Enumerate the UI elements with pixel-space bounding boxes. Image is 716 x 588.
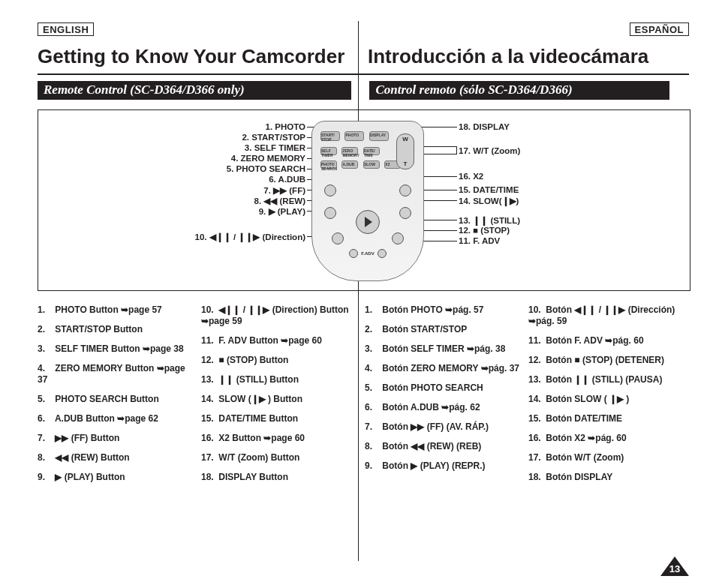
- list-item: 18. DISPLAY Button: [201, 472, 359, 483]
- list-item: 11. F. ADV Button ➥page 60: [201, 335, 359, 346]
- remote-label-fadv: F.ADV: [361, 251, 374, 256]
- list-item: 5. PHOTO SEARCH Button: [38, 394, 195, 405]
- remote-btn-plus: [378, 249, 387, 258]
- remote-btn-selftimer: SELFTIMER: [320, 147, 337, 155]
- subheading-spanish: Control remoto (sólo SC-D364/D366): [369, 81, 669, 100]
- list-english-col2: 10. ◀❙❙ / ❙❙▶ (Direction) Button ➥page 5…: [201, 304, 359, 491]
- direction-icon: ◀❙❙ / ❙❙▶: [209, 232, 263, 242]
- remote-btn-dir-right: [399, 207, 411, 219]
- remote-btn-slow: SLOW: [363, 160, 380, 169]
- list-item: 1. Botón PHOTO ➥pág. 57: [365, 304, 522, 316]
- list-item: 8. Botón ◀◀ (REW) (REB): [365, 441, 522, 452]
- list-item: 5. Botón PHOTO SEARCH: [365, 382, 522, 394]
- remote-btn-still: [392, 232, 404, 244]
- callout-photo: 1. PHOTO: [266, 122, 305, 131]
- play-icon: ▶: [269, 207, 278, 216]
- page-number: 13: [660, 563, 689, 574]
- page-number-badge: 13: [660, 556, 689, 579]
- callout-direction: 10. ◀❙❙ / ❙❙▶ (Direction): [195, 232, 305, 242]
- list-item: 12. ■ (STOP) Button: [201, 355, 359, 366]
- subheading-english: Remote Control (SC-D364/D366 only): [38, 81, 351, 100]
- remote-btn-datetime: DATE/TIME: [363, 147, 380, 155]
- list-item: 12. Botón ■ (STOP) (DETENER): [528, 355, 686, 366]
- list-item: 11. Botón F. ADV ➥pág. 60: [528, 335, 686, 346]
- list-item: 9. Botón ▶ (PLAY) (REPR.): [365, 460, 522, 472]
- list-item: 16. Botón X2 ➥pág. 60: [528, 433, 686, 444]
- list-item: 3. Botón SELF TIMER ➥pág. 38: [365, 344, 522, 355]
- remote-diagram: 1. PHOTO 2. START/STOP 3. SELF TIMER 4. …: [38, 110, 690, 291]
- section-title-spanish: Introducción a la videocámara: [368, 45, 648, 68]
- heading-row: Getting to Know Your Camcorder Introducc…: [38, 44, 689, 75]
- remote-btn-photo: PHOTO: [344, 131, 364, 141]
- remote-btn-stop: [332, 232, 344, 244]
- list-item: 2. Botón START/STOP: [365, 324, 522, 335]
- list-item: 18. Botón DISPLAY: [528, 472, 686, 483]
- callout-play: 9. ▶ (PLAY): [259, 206, 305, 217]
- callout-stop: 12. ■ (STOP): [459, 226, 510, 235]
- leader-line: [456, 146, 457, 154]
- remote-illustration: START/STOP PHOTO DISPLAY SELFTIMER ZEROM…: [311, 121, 424, 281]
- callout-ff: 7. ▶▶ (FF): [263, 185, 305, 196]
- subheading-row: Remote Control (SC-D364/D366 only) Contr…: [38, 81, 689, 100]
- remote-btn-photosearch: PHOTOSEARCH: [320, 160, 337, 169]
- list-item: 4. Botón ZERO MEMORY ➥pág. 37: [365, 363, 522, 374]
- remote-btn-minus: [349, 249, 358, 258]
- remote-btn-startstop: START/STOP: [320, 131, 340, 141]
- callout-rew: 8. ◀◀ (REW): [254, 196, 306, 206]
- list-item: 14. SLOW (❙▶ ) Button: [201, 394, 359, 405]
- list-item: 13. ❙❙ (STILL) Button: [201, 374, 359, 386]
- section-title-english: Getting to Know Your Camcorder: [38, 45, 344, 68]
- remote-btn-zoom: W T: [396, 134, 414, 170]
- list-spanish-col1: 1. Botón PHOTO ➥pág. 572. Botón START/ST…: [365, 304, 522, 480]
- list-item: 15. DATE/TIME Button: [201, 413, 359, 424]
- callout-x2: 16. X2: [459, 172, 483, 181]
- remote-btn-zeromemory: ZEROMEMORY: [341, 147, 358, 155]
- list-spanish-col2: 10. Botón ◀❙❙ / ❙❙▶ (Dirección) ➥pág. 59…: [528, 304, 686, 491]
- callout-selftimer: 3. SELF TIMER: [245, 143, 305, 152]
- list-item: 7. ▶▶ (FF) Button: [38, 433, 195, 444]
- list-english-col1: 1. PHOTO Button ➥page 572. START/STOP Bu…: [38, 304, 195, 491]
- remote-btn-adub: A.DUB: [341, 160, 358, 169]
- list-item: 7. Botón ▶▶ (FF) (AV. RÁP.): [365, 422, 522, 433]
- list-item: 8. ◀◀ (REW) Button: [38, 452, 195, 464]
- callout-datetime: 15. DATE/TIME: [459, 185, 519, 194]
- callout-photosearch: 5. PHOTO SEARCH: [227, 164, 305, 173]
- callout-wt-zoom: 17. W/T (Zoom): [459, 146, 520, 155]
- list-item: 10. ◀❙❙ / ❙❙▶ (Direction) Button ➥page 5…: [201, 304, 359, 327]
- feature-lists: 1. PHOTO Button ➥page 572. START/STOP Bu…: [38, 304, 689, 491]
- list-item: 6. Botón A.DUB ➥pág. 62: [365, 402, 522, 413]
- list-item: 6. A.DUB Button ➥page 62: [38, 413, 195, 424]
- callout-still: 13. ❙❙ (STILL): [459, 215, 520, 226]
- callout-fadv: 11. F. ADV: [459, 236, 500, 245]
- list-item: 15. Botón DATE/TIME: [528, 413, 686, 424]
- list-item: 14. Botón SLOW ( ❙▶ ): [528, 394, 686, 405]
- list-item: 2. START/STOP Button: [38, 324, 195, 335]
- callout-slow: 14. SLOW(❙▶): [459, 196, 519, 206]
- list-item: 9. ▶ (PLAY) Button: [38, 472, 195, 483]
- rew-icon: ◀◀: [263, 196, 279, 206]
- callout-adub: 6. A.DUB: [269, 175, 305, 184]
- language-label-spanish: ESPAÑOL: [630, 22, 689, 36]
- remote-btn-ff: [399, 184, 411, 196]
- zoom-w-label: W: [397, 136, 414, 142]
- language-label-english: ENGLISH: [38, 22, 94, 36]
- callout-startstop: 2. START/STOP: [242, 133, 305, 142]
- list-item: 3. SELF TIMER Button ➥page 38: [38, 344, 195, 355]
- list-item: 17. W/T (Zoom) Button: [201, 452, 359, 464]
- ff-icon: ▶▶: [273, 186, 289, 195]
- list-item: 13. Botón ❙❙ (STILL) (PAUSA): [528, 374, 686, 386]
- slow-icon: ❙▶: [502, 196, 516, 206]
- manual-page: ENGLISH ESPAÑOL Getting to Know Your Cam…: [0, 0, 716, 588]
- callout-display: 18. DISPLAY: [459, 122, 510, 131]
- list-item: 17. Botón W/T (Zoom): [528, 452, 686, 464]
- list-item: 16. X2 Button ➥page 60: [201, 433, 359, 444]
- remote-btn-display: DISPLAY: [369, 131, 389, 141]
- list-item: 1. PHOTO Button ➥page 57: [38, 304, 195, 316]
- still-icon: ❙❙: [473, 216, 490, 225]
- remote-btn-dir-left: [324, 207, 336, 219]
- callout-zeromemory: 4. ZERO MEMORY: [231, 154, 305, 163]
- list-item: 4. ZERO MEMORY Button ➥page 37: [38, 363, 195, 386]
- remote-btn-rew: [324, 184, 336, 196]
- stop-icon: ■: [473, 226, 480, 235]
- zoom-t-label: T: [397, 160, 414, 167]
